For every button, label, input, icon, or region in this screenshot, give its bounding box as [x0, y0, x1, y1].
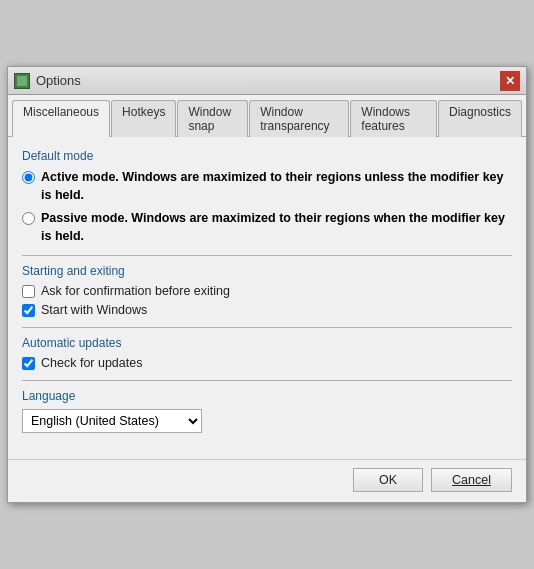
divider-1: [22, 255, 512, 256]
tab-bar: Miscellaneous Hotkeys Window snap Window…: [8, 95, 526, 137]
options-dialog: Options ✕ Miscellaneous Hotkeys Window s…: [7, 66, 527, 503]
svg-rect-3: [22, 81, 27, 86]
tab-window-snap[interactable]: Window snap: [177, 100, 248, 137]
starting-exiting-title: Starting and exiting: [22, 264, 512, 278]
passive-mode-option: Passive mode. Windows are maximized to t…: [22, 210, 512, 245]
active-mode-option: Active mode. Windows are maximized to th…: [22, 169, 512, 204]
close-button[interactable]: ✕: [500, 71, 520, 91]
dialog-title: Options: [36, 73, 81, 88]
language-title: Language: [22, 389, 512, 403]
starting-exiting-section: Starting and exiting Ask for confirmatio…: [22, 264, 512, 317]
passive-mode-radio[interactable]: [22, 212, 35, 225]
tab-hotkeys[interactable]: Hotkeys: [111, 100, 176, 137]
svg-rect-1: [22, 76, 27, 81]
language-section: Language English (United States) English…: [22, 389, 512, 433]
check-updates-option: Check for updates: [22, 356, 512, 370]
start-windows-option: Start with Windows: [22, 303, 512, 317]
active-mode-radio[interactable]: [22, 171, 35, 184]
svg-rect-2: [17, 81, 22, 86]
dialog-footer: OK Cancel: [8, 459, 526, 502]
cancel-button[interactable]: Cancel: [431, 468, 512, 492]
ok-button[interactable]: OK: [353, 468, 423, 492]
ask-confirmation-label: Ask for confirmation before exiting: [41, 284, 230, 298]
start-windows-label: Start with Windows: [41, 303, 147, 317]
default-mode-title: Default mode: [22, 149, 512, 163]
tab-miscellaneous[interactable]: Miscellaneous: [12, 100, 110, 137]
check-updates-checkbox[interactable]: [22, 357, 35, 370]
divider-3: [22, 380, 512, 381]
active-mode-label: Active mode. Windows are maximized to th…: [41, 169, 512, 204]
tab-diagnostics[interactable]: Diagnostics: [438, 100, 522, 137]
start-windows-checkbox[interactable]: [22, 304, 35, 317]
tab-windows-features[interactable]: Windows features: [350, 100, 437, 137]
ask-confirmation-checkbox[interactable]: [22, 285, 35, 298]
default-mode-section: Default mode Active mode. Windows are ma…: [22, 149, 512, 245]
divider-2: [22, 327, 512, 328]
automatic-updates-title: Automatic updates: [22, 336, 512, 350]
check-updates-label: Check for updates: [41, 356, 142, 370]
svg-rect-0: [17, 76, 22, 81]
title-bar-left: Options: [14, 73, 81, 89]
passive-mode-label: Passive mode. Windows are maximized to t…: [41, 210, 512, 245]
tab-window-transparency[interactable]: Window transparency: [249, 100, 349, 137]
automatic-updates-section: Automatic updates Check for updates: [22, 336, 512, 370]
tab-content: Default mode Active mode. Windows are ma…: [8, 137, 526, 455]
app-icon: [14, 73, 30, 89]
title-bar: Options ✕: [8, 67, 526, 95]
language-select[interactable]: English (United States) English (United …: [22, 409, 202, 433]
ask-confirmation-option: Ask for confirmation before exiting: [22, 284, 512, 298]
